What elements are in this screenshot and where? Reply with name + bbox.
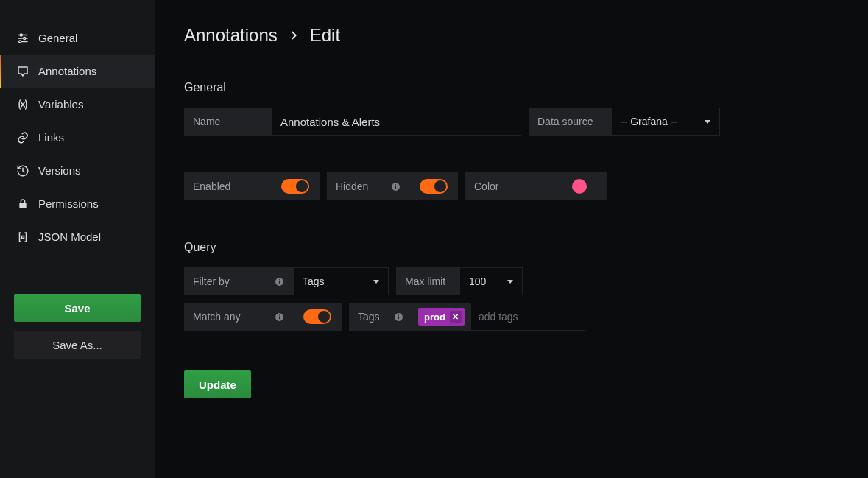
hidden-label-cell: Hidden: [327, 172, 409, 200]
chevron-down-icon: [705, 120, 710, 124]
settings-sidebar: General Annotations Va: [0, 0, 155, 478]
sidebar-item-label: Permissions: [38, 197, 99, 210]
sidebar-item-label: Annotations: [38, 65, 96, 77]
color-picker[interactable]: [572, 179, 587, 194]
link-icon: [15, 131, 31, 144]
sidebar-item-versions[interactable]: Versions: [0, 154, 155, 187]
svg-rect-15: [278, 314, 279, 315]
name-input[interactable]: [280, 116, 512, 128]
sliders-icon: [15, 32, 31, 45]
max-limit-value: 100: [469, 275, 486, 287]
name-input-wrapper: [271, 108, 521, 136]
update-button[interactable]: Update: [184, 370, 251, 398]
filter-by-select[interactable]: Tags: [293, 267, 389, 295]
svg-rect-6: [22, 236, 24, 238]
variable-icon: [15, 98, 31, 111]
tags-input-wrapper: [470, 303, 585, 331]
enabled-toggle[interactable]: [281, 179, 309, 194]
sidebar-item-permissions[interactable]: Permissions: [0, 187, 155, 220]
datasource-value: -- Grafana --: [621, 116, 677, 127]
sidebar-item-label: Variables: [38, 98, 83, 110]
sidebar-item-label: General: [38, 32, 77, 44]
history-icon: [15, 164, 31, 178]
chevron-down-icon: [373, 280, 379, 284]
sidebar-item-variables[interactable]: Variables: [0, 88, 155, 121]
svg-rect-17: [398, 316, 398, 319]
enabled-label: Enabled: [184, 172, 271, 200]
brackets-icon: [15, 231, 31, 244]
svg-rect-18: [398, 314, 398, 315]
match-any-label: Match any: [193, 311, 241, 323]
svg-rect-9: [395, 184, 395, 185]
section-title-general: General: [184, 81, 868, 94]
datasource-label: Data source: [529, 108, 611, 136]
svg-rect-8: [395, 186, 395, 189]
info-icon[interactable]: [390, 181, 401, 191]
filter-by-label-cell: Filter by: [184, 267, 293, 295]
chevron-right-icon: [288, 29, 300, 41]
info-icon[interactable]: [274, 312, 284, 322]
save-button[interactable]: Save: [14, 294, 141, 322]
svg-point-3: [24, 37, 26, 39]
svg-rect-11: [278, 281, 279, 284]
filter-by-value: Tags: [303, 275, 325, 287]
breadcrumb-leaf: Edit: [310, 25, 340, 46]
breadcrumb: Annotations Edit: [184, 25, 868, 46]
sidebar-actions: Save Save As...: [0, 294, 155, 359]
main-content: Annotations Edit General Name Data sourc…: [155, 0, 868, 478]
sidebar-item-label: JSON Model: [38, 231, 101, 243]
tags-input[interactable]: [479, 311, 577, 323]
lock-icon: [15, 198, 31, 210]
sidebar-item-links[interactable]: Links: [0, 121, 155, 154]
sidebar-item-label: Versions: [38, 164, 81, 177]
sidebar-item-label: Links: [38, 131, 64, 144]
sidebar-item-general[interactable]: General: [0, 21, 155, 55]
max-limit-label: Max limit: [396, 267, 459, 295]
tag-remove-icon[interactable]: ✕: [450, 311, 462, 323]
name-label: Name: [184, 108, 271, 136]
sidebar-item-annotations[interactable]: Annotations: [0, 55, 155, 88]
tags-label: Tags: [358, 311, 380, 323]
svg-point-5: [19, 41, 21, 43]
svg-point-1: [20, 34, 22, 36]
breadcrumb-root[interactable]: Annotations: [184, 25, 278, 46]
comment-icon: [15, 65, 31, 78]
tag-chip-label: prod: [424, 312, 445, 323]
match-any-label-cell: Match any: [184, 303, 293, 331]
section-title-query: Query: [184, 241, 868, 254]
tags-label-cell: Tags: [349, 303, 412, 331]
info-icon[interactable]: [274, 276, 284, 287]
color-label: Color: [465, 172, 552, 200]
svg-rect-12: [278, 279, 279, 280]
sidebar-nav: General Annotations Va: [0, 21, 155, 253]
hidden-toggle[interactable]: [420, 179, 448, 194]
sidebar-item-json-model[interactable]: JSON Model: [0, 220, 155, 253]
max-limit-select[interactable]: 100: [459, 267, 523, 295]
datasource-select[interactable]: -- Grafana --: [611, 108, 720, 136]
filter-by-label: Filter by: [193, 275, 230, 287]
hidden-label: Hidden: [336, 180, 368, 192]
info-icon[interactable]: [393, 312, 403, 322]
save-as-button[interactable]: Save As...: [14, 331, 141, 359]
chevron-down-icon: [507, 280, 513, 284]
tag-chip: prod ✕: [418, 308, 465, 326]
match-any-toggle[interactable]: [303, 309, 331, 324]
svg-rect-14: [278, 316, 279, 319]
